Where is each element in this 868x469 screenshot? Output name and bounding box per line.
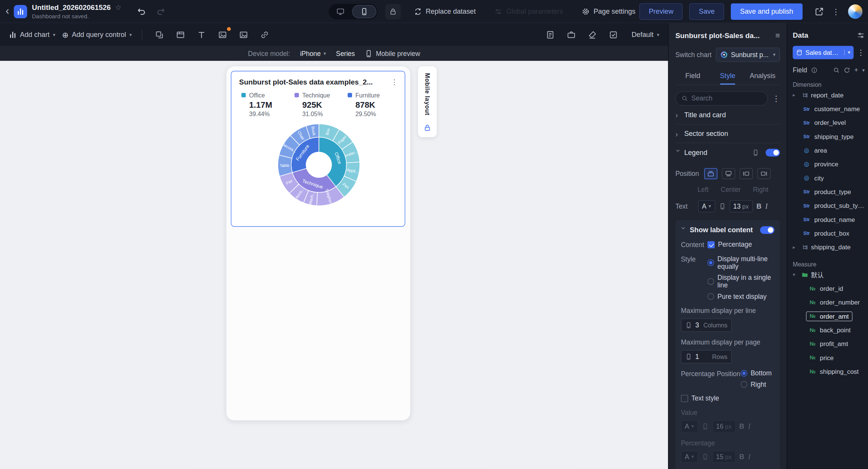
mobile-preview-button[interactable]: Mobile preview	[365, 50, 420, 57]
lock-button[interactable]	[385, 4, 401, 19]
legend-item[interactable]: Technique 925K 31.05%	[295, 92, 348, 117]
style-option-multiline[interactable]: Display multi-line equally	[708, 255, 775, 271]
italic-button[interactable]: I	[766, 202, 768, 211]
favorite-star-icon[interactable]: ☆	[115, 3, 122, 12]
link-widget-button[interactable]	[258, 27, 272, 42]
legend-item[interactable]: Office 1.17M 39.44%	[241, 92, 294, 117]
dimension-item[interactable]: Str shipping_type	[793, 129, 865, 143]
page-settings-button[interactable]: Page settings	[582, 8, 636, 15]
radio-off[interactable]	[708, 278, 714, 285]
add-query-control-button[interactable]: ⊕ Add query control ▾	[62, 30, 132, 39]
legend-position-top-button[interactable]	[704, 168, 717, 179]
theme-select[interactable]: Default ▾	[631, 31, 659, 38]
save-and-publish-button[interactable]: Save and publish	[731, 3, 803, 20]
device-select[interactable]: iPhone ▾	[300, 50, 326, 57]
text-style-checkbox[interactable]	[681, 395, 688, 402]
tab-analysis[interactable]: Analysis	[745, 67, 780, 85]
data-panel-settings-icon[interactable]	[857, 31, 865, 39]
show-label-content-header[interactable]: › Show label content	[681, 226, 775, 234]
field-refresh-icon[interactable]	[844, 67, 850, 73]
dataset-more-icon[interactable]: ⋮	[857, 49, 865, 56]
expand-caret-icon[interactable]: ▸	[793, 244, 799, 250]
tab-style[interactable]: Style	[710, 67, 745, 85]
tab-container-button[interactable]	[173, 27, 188, 42]
dimension-item[interactable]: ▸ report_date	[793, 88, 865, 102]
section-sector[interactable]: › Sector section	[675, 124, 780, 143]
style-option-singleline[interactable]: Display in a single line	[708, 274, 775, 289]
max-per-line-input[interactable]: 3 Columns	[681, 319, 732, 332]
legend-position-right-button[interactable]	[757, 168, 770, 179]
style-more-icon[interactable]: ⋮	[772, 94, 780, 102]
dimension-item[interactable]: Str order_level	[793, 116, 865, 129]
style-search-input[interactable]	[692, 94, 762, 102]
dimension-item[interactable]: ◎ area	[793, 143, 865, 157]
collapse-fields-icon[interactable]: ▾	[862, 67, 865, 73]
percentage-checkbox-option[interactable]: Percentage	[708, 241, 752, 248]
field-search-icon[interactable]	[833, 67, 839, 73]
dimension-item[interactable]: Str product_name	[793, 212, 865, 226]
layout-lock-icon[interactable]	[423, 124, 431, 131]
radio-off[interactable]	[741, 381, 747, 388]
format-painter-button[interactable]	[585, 27, 599, 42]
mobile-mode-button[interactable]	[352, 5, 376, 18]
text-widget-button[interactable]	[194, 27, 209, 42]
measure-item-selected[interactable]: № order_amt	[806, 309, 865, 323]
image-widget-button[interactable]	[216, 27, 230, 42]
legend-toggle[interactable]	[766, 149, 780, 156]
measure-item[interactable]: № profit_amt	[806, 337, 865, 351]
radio-on[interactable]	[741, 370, 747, 376]
mobile-layout-tab[interactable]: Mobile layout	[418, 66, 437, 137]
style-option-puretext[interactable]: Pure text display	[708, 293, 775, 300]
back-icon[interactable]: ‹	[0, 5, 14, 18]
replace-dataset-button[interactable]: Replace dataset	[414, 8, 476, 15]
expand-caret-icon[interactable]: ▸	[793, 92, 799, 98]
text-style-checkbox-option[interactable]: Text style	[681, 394, 719, 402]
mobile-sync-icon[interactable]	[719, 203, 725, 209]
percentage-checkbox[interactable]	[708, 241, 715, 248]
dimension-item[interactable]: Str customer_name	[793, 102, 865, 115]
panel-menu-icon[interactable]: ≡	[775, 31, 780, 40]
legend-position-bottom-button[interactable]	[722, 168, 735, 179]
preview-button[interactable]: Preview	[639, 3, 683, 20]
bold-button[interactable]: B	[756, 203, 761, 210]
measure-folder[interactable]: ▾ 默认	[793, 268, 865, 281]
show-label-content-toggle[interactable]	[760, 226, 775, 234]
outline-button[interactable]	[543, 27, 557, 42]
tab-field[interactable]: Field	[675, 67, 710, 85]
undo-icon[interactable]	[137, 7, 146, 16]
group-widgets-button[interactable]	[152, 27, 167, 42]
pct-position-right[interactable]: Right	[741, 381, 772, 388]
share-export-icon[interactable]	[815, 7, 824, 16]
chart-type-select[interactable]: Sunburst p... ▾	[716, 48, 780, 62]
mobile-sync-icon[interactable]	[752, 149, 759, 156]
more-menu-icon[interactable]: ⋮	[832, 8, 840, 15]
series-select[interactable]: Series	[336, 50, 355, 57]
section-title-and-card[interactable]: › Title and card	[675, 105, 780, 124]
components-button[interactable]	[564, 27, 578, 42]
legend-position-left-button[interactable]	[740, 168, 753, 179]
pct-position-bottom[interactable]: Bottom	[741, 369, 772, 377]
legend-item[interactable]: Furniture 878K 29.50%	[348, 92, 400, 117]
save-button[interactable]: Save	[689, 3, 724, 20]
dimension-item[interactable]: Str product_sub_type	[793, 199, 865, 212]
dimension-item[interactable]: Str product_box	[793, 226, 865, 240]
user-avatar[interactable]	[848, 5, 863, 19]
measure-item[interactable]: № order_id	[806, 281, 865, 295]
dimension-item[interactable]: ◎ province	[793, 157, 865, 171]
measure-item[interactable]: № order_number	[806, 295, 865, 309]
todo-button[interactable]	[606, 27, 621, 42]
max-per-page-input[interactable]: 1 Rows	[681, 350, 732, 364]
sunburst-chart-card[interactable]: Sunburst plot-Sales data examples_2... ⋮…	[231, 71, 405, 227]
section-legend[interactable]: › Legend	[675, 143, 780, 162]
legend-font-size-input[interactable]: 13 px	[729, 200, 753, 212]
add-field-icon[interactable]: +	[854, 66, 858, 74]
media-widget-button[interactable]	[237, 27, 251, 42]
add-chart-button[interactable]: Add chart ▾	[9, 31, 55, 38]
measure-item[interactable]: № shipping_cost	[806, 364, 865, 378]
dataset-select[interactable]: Sales data exam... ▾	[793, 46, 854, 59]
radio-off[interactable]	[708, 293, 714, 300]
radio-on[interactable]	[708, 259, 714, 266]
dimension-item[interactable]: Str product_type	[793, 185, 865, 198]
dimension-item[interactable]: ▸ shipping_date	[793, 240, 865, 254]
legend-font-select[interactable]: A ▾	[698, 200, 715, 212]
